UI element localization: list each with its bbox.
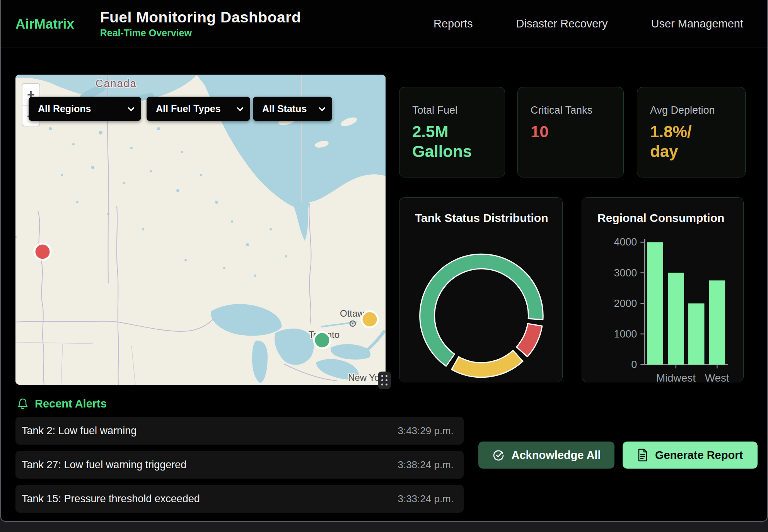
nav-disaster-recovery[interactable]: Disaster Recovery <box>516 17 608 30</box>
alert-time: 3:43:29 p.m. <box>398 425 454 437</box>
tank-status-panel: Tank Status Distribution <box>399 197 563 382</box>
bar-2 <box>688 304 705 365</box>
alert-message: Tank 2: Low fuel warning <box>22 425 137 437</box>
report-document-icon <box>637 448 648 462</box>
nav-reports[interactable]: Reports <box>433 17 473 30</box>
map-canvas: Canada Ottawa Toronto New York <box>15 75 386 385</box>
status-filter-value: All Status <box>262 103 307 114</box>
tank-status-donut-chart <box>399 198 562 382</box>
alert-message: Tank 15: Pressure threshold exceeded <box>22 493 200 505</box>
nav-user-management[interactable]: User Management <box>651 17 743 30</box>
header: AirMatrix Fuel Monitoring Dashboard Real… <box>1 0 767 48</box>
stat-card-avg-depletion: Avg Depletion 1.8%/ day <box>637 87 746 177</box>
region-filter-value: All Regions <box>38 103 91 114</box>
chevron-down-icon <box>319 104 326 111</box>
svg-text:0: 0 <box>631 359 637 370</box>
alert-row[interactable]: Tank 27: Low fuel warning triggered 3:38… <box>15 451 464 479</box>
region-filter-dropdown[interactable]: All Regions <box>29 97 141 121</box>
status-filter-dropdown[interactable]: All Status <box>253 97 332 121</box>
donut-segment-warning <box>452 350 523 377</box>
map[interactable]: Canada Ottawa Toronto New York + − Al <box>15 75 386 385</box>
tank-marker-normal[interactable] <box>314 332 330 348</box>
generate-report-label: Generate Report <box>655 449 743 462</box>
regional-consumption-bar-chart: 01000200030004000MidwestWest <box>582 198 743 382</box>
alert-row[interactable]: Tank 2: Low fuel warning 3:43:29 p.m. <box>15 417 464 445</box>
stat-card-total-fuel: Total Fuel 2.5M Gallons <box>399 87 505 177</box>
svg-text:1000: 1000 <box>614 328 637 340</box>
generate-report-button[interactable]: Generate Report <box>623 442 758 469</box>
map-label-canada: Canada <box>96 78 137 89</box>
chevron-down-icon <box>237 104 244 111</box>
stat-label: Critical Tanks <box>531 104 611 116</box>
page: AirMatrix Fuel Monitoring Dashboard Real… <box>0 0 768 532</box>
main-nav: Reports Disaster Recovery User Managemen… <box>433 17 743 30</box>
svg-text:West: West <box>705 372 729 382</box>
map-resize-handle[interactable] <box>378 372 391 389</box>
bar-3 <box>709 280 725 365</box>
map-container: Canada Ottawa Toronto New York + − Al <box>15 75 386 385</box>
stat-card-critical-tanks: Critical Tanks 10 <box>517 87 624 177</box>
svg-text:3000: 3000 <box>614 267 637 279</box>
regional-consumption-panel: Regional Consumption 01000200030004000Mi… <box>582 197 744 382</box>
alert-row[interactable]: Tank 15: Pressure threshold exceeded 3:3… <box>15 485 464 513</box>
fuel-type-filter-dropdown[interactable]: All Fuel Types <box>147 97 250 121</box>
tank-marker-critical[interactable] <box>34 244 51 260</box>
acknowledge-all-button[interactable]: Acknowledge All <box>478 442 614 469</box>
fuel-type-filter-value: All Fuel Types <box>156 103 221 114</box>
stat-value: 2.5M Gallons <box>412 122 492 161</box>
alert-time: 3:38:24 p.m. <box>398 459 454 471</box>
stat-label: Total Fuel <box>412 104 492 116</box>
chevron-down-icon <box>128 104 135 111</box>
donut-segment-critical <box>517 324 542 357</box>
svg-text:2000: 2000 <box>614 298 637 309</box>
tank-marker-warning[interactable] <box>362 311 378 327</box>
check-circle-icon <box>492 449 505 461</box>
svg-text:Midwest: Midwest <box>656 372 696 382</box>
page-title: Fuel Monitoring Dashboard <box>100 9 301 26</box>
app-logo: AirMatrix <box>15 16 74 32</box>
dashboard-window: AirMatrix Fuel Monitoring Dashboard Real… <box>0 0 768 522</box>
svg-text:4000: 4000 <box>614 236 637 248</box>
alert-time: 3:33:24 p.m. <box>398 493 454 505</box>
page-subtitle: Real-Time Overview <box>100 27 301 39</box>
recent-alerts-title: Recent Alerts <box>35 397 107 410</box>
stat-value: 1.8%/ day <box>650 122 732 161</box>
recent-alerts-header: Recent Alerts <box>17 397 107 410</box>
bar-1 <box>668 273 684 365</box>
bell-icon <box>17 398 29 410</box>
title-block: Fuel Monitoring Dashboard Real-Time Over… <box>100 9 301 39</box>
stat-value: 10 <box>531 122 611 142</box>
stat-label: Avg Depletion <box>650 104 732 116</box>
acknowledge-all-label: Acknowledge All <box>512 449 601 462</box>
alert-message: Tank 27: Low fuel warning triggered <box>22 459 186 471</box>
bar-0 <box>647 242 663 364</box>
